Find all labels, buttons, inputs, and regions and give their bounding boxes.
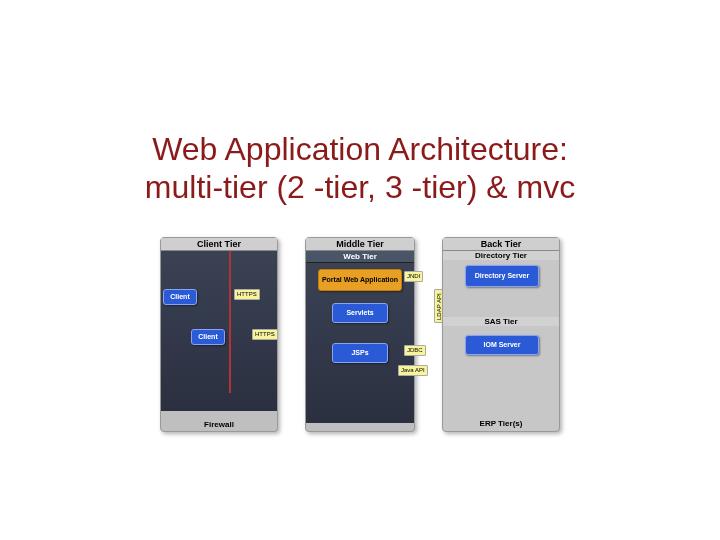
title-line-1: Web Application Architecture:: [152, 131, 568, 167]
client-tier-header: Client Tier: [161, 238, 277, 251]
servlets-box: Servlets: [332, 303, 388, 323]
sas-tier-label: SAS Tier: [443, 317, 559, 326]
slide: Web Application Architecture: multi-tier…: [0, 0, 720, 540]
erp-tier-label: ERP Tier(s): [443, 419, 559, 428]
architecture-diagram: Client Tier Client Client Firewall HTTPS…: [160, 237, 560, 437]
jsps-box: JSPs: [332, 343, 388, 363]
middle-tier-header: Middle Tier: [306, 238, 414, 251]
back-tier-body: Directory Tier Directory Server SAS Tier…: [443, 251, 559, 430]
client-box-2: Client: [191, 329, 225, 345]
back-tier: Back Tier Directory Tier Directory Serve…: [442, 237, 560, 432]
middle-tier-body: Portal Web Application Servlets JSPs: [306, 263, 414, 423]
firewall-line: [229, 251, 231, 393]
firewall-label: Firewall: [161, 420, 277, 429]
title-line-2: multi-tier (2 -tier, 3 -tier) & mvc: [145, 169, 575, 205]
slide-title: Web Application Architecture: multi-tier…: [145, 130, 575, 207]
https-label-1: HTTPS: [234, 289, 260, 300]
directory-tier-label: Directory Tier: [443, 251, 559, 260]
javaapi-label: Java API: [398, 365, 428, 376]
web-tier-label: Web Tier: [306, 251, 414, 263]
directory-server-box: Directory Server: [465, 265, 539, 287]
https-label-2: HTTPS: [252, 329, 278, 340]
portal-box: Portal Web Application: [318, 269, 402, 291]
back-tier-header: Back Tier: [443, 238, 559, 251]
iom-server-box: IOM Server: [465, 335, 539, 355]
middle-tier: Middle Tier Web Tier Portal Web Applicat…: [305, 237, 415, 432]
jdbc-label: JDBC: [404, 345, 426, 356]
jndi-label: JNDI: [404, 271, 423, 282]
client-box-1: Client: [163, 289, 197, 305]
